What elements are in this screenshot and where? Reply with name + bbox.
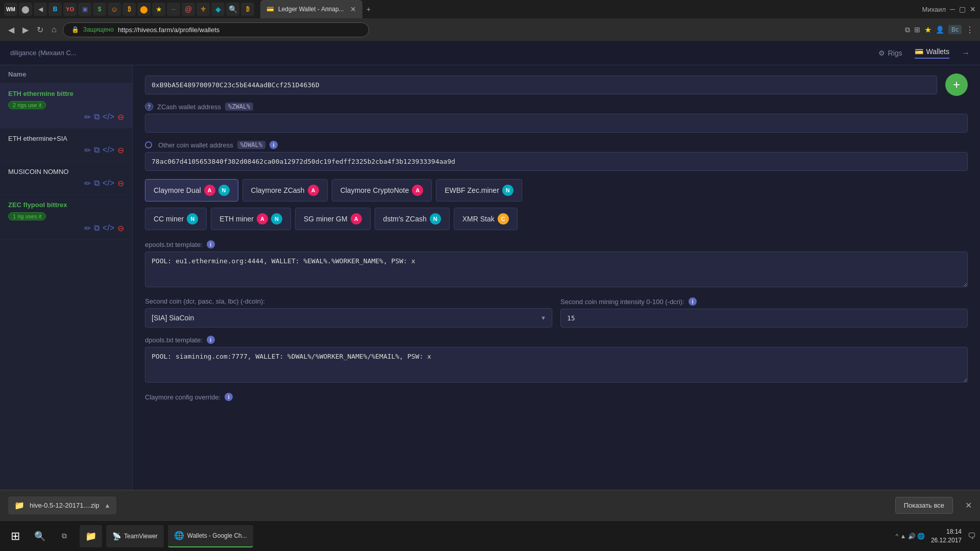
- miner-btn-dstm[interactable]: dstm's ZCash N: [375, 208, 450, 230]
- intensity-input[interactable]: [560, 309, 968, 328]
- other-coin-address-input[interactable]: [145, 152, 968, 171]
- cc-miner-label: CC miner: [154, 215, 184, 223]
- home-button[interactable]: ⌂: [50, 23, 59, 36]
- copy-icon-3[interactable]: ⧉: [94, 223, 100, 233]
- wallet-item-badge: 2 rigs use it: [8, 101, 46, 109]
- wallet-list-item[interactable]: ZEC flypool bittrex 1 rig uses it ✏ ⧉ </…: [0, 195, 132, 240]
- back-button[interactable]: ◀: [6, 23, 16, 37]
- second-coin-label: Second coin (dcr, pasc, sia, lbc) (-dcoi…: [145, 297, 552, 305]
- bookmark-star-icon[interactable]: ★: [924, 25, 932, 35]
- maximize-button[interactable]: ▢: [959, 5, 966, 13]
- xmr-label: XMR Stak: [462, 215, 495, 223]
- miner-btn-claymore-dual[interactable]: Claymore Dual A N: [145, 179, 238, 202]
- edit-icon-2[interactable]: ✏: [84, 179, 91, 188]
- zcash-address-input[interactable]: [145, 114, 968, 133]
- wallet-item-name: ETH ethermine bittre: [8, 90, 124, 97]
- epools-textarea[interactable]: POOL: eu1.ethermine.org:4444, WALLET: %E…: [145, 252, 968, 287]
- miner-btn-eth[interactable]: ETH miner A N: [211, 208, 291, 230]
- claymore-config-info-icon[interactable]: i: [225, 393, 233, 401]
- miner-btn-ewbf[interactable]: EWBF Zec.miner N: [436, 179, 522, 202]
- tab-title: Ledger Wallet - Аппар...: [278, 6, 344, 13]
- miner-btn-sg[interactable]: SG miner GM A: [295, 208, 371, 230]
- wallet-item-name: MUSICOIN NOMNO: [8, 168, 124, 176]
- close-tab-icon[interactable]: ✕: [350, 5, 356, 13]
- zcash-tag: %ZWAL%: [225, 103, 253, 111]
- copy-icon[interactable]: ⧉: [905, 26, 910, 34]
- wallet-address-input[interactable]: [145, 76, 937, 94]
- copy-icon-2[interactable]: ⧉: [94, 179, 100, 188]
- code-icon-2[interactable]: </>: [103, 179, 114, 188]
- second-coin-select[interactable]: [SIA] SiaCoin[DCR] Decred[PASC] Pascal[L…: [145, 308, 552, 328]
- new-tab-button[interactable]: +: [366, 5, 371, 13]
- badge-n-dstm: N: [430, 213, 441, 224]
- wallet-list-item[interactable]: ETH ethermine+SIA ✏ ⧉ </> ⊖: [0, 129, 132, 162]
- ewbf-label: EWBF Zec.miner: [445, 186, 499, 194]
- reload-button[interactable]: ↻: [35, 23, 45, 37]
- address-bar-input[interactable]: 🔒 Защищено https://hiveos.farm/a/profile…: [63, 22, 369, 37]
- other-coin-radio[interactable]: [145, 141, 152, 148]
- chrome-taskbar[interactable]: 🌐 Wallets - Google Ch...: [168, 525, 253, 547]
- start-button[interactable]: ⊞: [4, 525, 27, 547]
- edit-icon-3[interactable]: ✏: [84, 223, 91, 233]
- forward-button[interactable]: ▶: [20, 23, 31, 37]
- code-icon-3[interactable]: </>: [103, 223, 114, 233]
- search-button[interactable]: 🔍: [29, 525, 51, 547]
- bc-icon: Bc: [948, 25, 962, 34]
- wallet-list-item[interactable]: ETH ethermine bittre 2 rigs use it ✏ ⧉ <…: [0, 84, 132, 129]
- intensity-info-icon[interactable]: i: [689, 297, 697, 306]
- menu-button[interactable]: ⋮: [966, 25, 974, 35]
- wallets-icon: 💳: [915, 47, 923, 56]
- dpools-field-row: dpools.txt template: i POOL: siamining.c…: [145, 336, 968, 385]
- badge-a-claymore-zcash: A: [308, 185, 319, 196]
- miner-selection-row2: CC miner N ETH miner A N SG miner GM A d…: [145, 208, 968, 230]
- code-icon-1[interactable]: </>: [103, 145, 114, 155]
- miner-btn-cc[interactable]: CC miner N: [145, 208, 207, 230]
- tray-icons: ^ ▲ 🔊 🌐: [895, 533, 925, 540]
- badge-a-eth: A: [257, 213, 268, 224]
- delete-icon-0[interactable]: ⊖: [117, 112, 124, 122]
- profile-icon[interactable]: 👤: [936, 26, 944, 34]
- delete-icon-2[interactable]: ⊖: [117, 179, 124, 188]
- file-explorer-taskbar[interactable]: 📁: [80, 525, 102, 547]
- active-browser-tab[interactable]: 💳 Ledger Wallet - Аппар... ✕: [260, 0, 362, 18]
- teamviewer-taskbar[interactable]: 📡 TeamViewer: [106, 525, 164, 547]
- code-icon-0[interactable]: </>: [103, 112, 114, 122]
- wallet-list-item[interactable]: MUSICOIN NOMNO ✏ ⧉ </> ⊖: [0, 162, 132, 195]
- system-clock: 18:14 26.12.2017: [931, 528, 962, 545]
- edit-icon-0[interactable]: ✏: [84, 112, 91, 122]
- claymore-zcash-label: Claymore ZCash: [251, 186, 305, 194]
- url-text: https://hiveos.farm/a/profile/wallets: [118, 26, 219, 34]
- second-coin-row: Second coin (dcr, pasc, sia, lbc) (-dcoi…: [145, 297, 968, 328]
- show-all-button[interactable]: Показать все: [895, 497, 953, 514]
- add-wallet-button[interactable]: +: [945, 73, 968, 96]
- close-window-button[interactable]: ✕: [970, 5, 976, 13]
- miner-btn-claymore-zcash[interactable]: Claymore ZCash A: [242, 179, 328, 202]
- rigs-link[interactable]: ⚙ Rigs: [878, 49, 902, 57]
- wallets-link[interactable]: 💳 Wallets: [915, 47, 949, 59]
- copy-icon-0[interactable]: ⧉: [94, 112, 100, 122]
- delete-icon-1[interactable]: ⊖: [117, 145, 124, 155]
- delete-icon-3[interactable]: ⊖: [117, 223, 124, 233]
- minimize-button[interactable]: ─: [950, 5, 955, 13]
- sg-miner-label: SG miner GM: [304, 215, 348, 223]
- wallet-item-name: ZEC flypool bittrex: [8, 201, 124, 209]
- zcash-field-row: ? ZCash wallet address %ZWAL%: [145, 103, 968, 133]
- logout-icon[interactable]: →: [962, 48, 970, 58]
- claymore-cryptonote-label: Claymore CryptoNote: [340, 186, 409, 194]
- other-coin-info-icon[interactable]: i: [270, 141, 278, 149]
- notification-center[interactable]: 🗨: [968, 532, 976, 541]
- extensions-icon[interactable]: ⊞: [914, 26, 920, 34]
- wallet-address-field: [145, 76, 968, 94]
- zcash-info-icon[interactable]: ?: [145, 103, 153, 111]
- epools-info-icon[interactable]: i: [207, 240, 215, 248]
- dpools-info-icon[interactable]: i: [207, 336, 215, 344]
- intensity-col: Second coin mining intensity 0-100 (-dcr…: [560, 297, 968, 328]
- miner-btn-claymore-cryptonote[interactable]: Claymore CryptoNote A: [332, 179, 432, 202]
- dpools-textarea[interactable]: POOL: siamining.com:7777, WALLET: %DWAL%…: [145, 347, 968, 383]
- close-download-icon[interactable]: ✕: [965, 500, 972, 510]
- miner-btn-xmr[interactable]: XMR Stak C: [454, 208, 518, 230]
- copy-icon-1[interactable]: ⧉: [94, 145, 100, 155]
- edit-icon-1[interactable]: ✏: [84, 145, 91, 155]
- task-view-button[interactable]: ⧉: [53, 525, 76, 547]
- download-expand-icon[interactable]: ▲: [105, 502, 111, 509]
